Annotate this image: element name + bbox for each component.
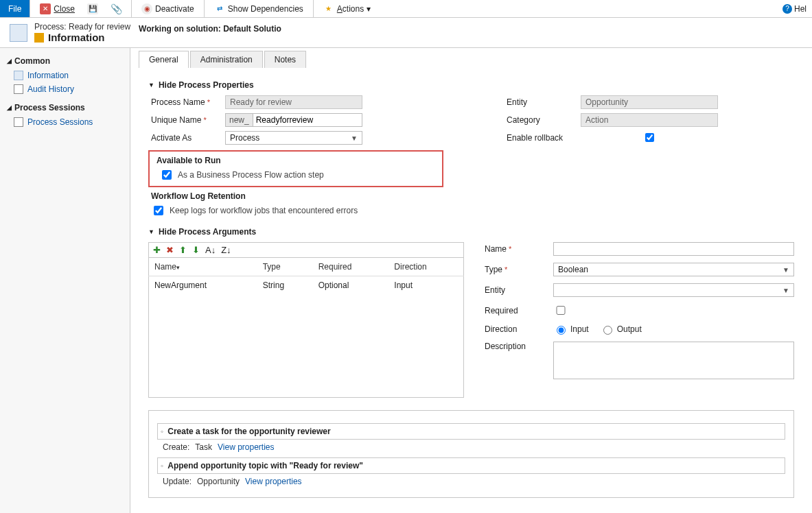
- keep-logs-checkbox[interactable]: [154, 206, 163, 215]
- actions-menu[interactable]: ★ Actions ▾: [319, 2, 375, 16]
- page-header: Process: Ready for review Information Wo…: [0, 18, 812, 48]
- solution-label: Working on solution: Default Solutio: [130, 24, 805, 42]
- step-2-action: Update:: [163, 477, 192, 486]
- arg-description-input[interactable]: [553, 342, 794, 379]
- arg-type-select[interactable]: Boolean ▼: [553, 263, 794, 276]
- steps-container: ◦ Create a task for the opportunity revi…: [148, 410, 794, 498]
- bpf-action-step-label: As a Business Process Flow action step: [178, 170, 324, 180]
- actions-label: ctions: [343, 4, 364, 14]
- close-label: Close: [54, 4, 75, 14]
- close-icon: ✕: [40, 3, 51, 14]
- available-to-run-title: Available to Run: [156, 156, 435, 165]
- tab-notes[interactable]: Notes: [264, 51, 306, 68]
- save-button[interactable]: 💾: [83, 2, 102, 16]
- col-required[interactable]: Required: [313, 258, 389, 276]
- breadcrumb: Process: Ready for review: [34, 22, 130, 32]
- keep-logs-label: Keep logs for workflow jobs that encount…: [170, 206, 358, 215]
- save-icon: 💾: [87, 3, 98, 14]
- enable-rollback-checkbox[interactable]: [583, 133, 716, 142]
- arguments-table: Name▾ Type Required Direction NewArgumen…: [148, 258, 464, 398]
- nav-item-audit-label: Audit History: [27, 84, 74, 94]
- arg-type-value: Boolean: [558, 265, 588, 274]
- left-nav: ◢ Common Information Audit History ◢ Pro…: [0, 48, 130, 513]
- arg-entity-select[interactable]: ▼: [553, 283, 794, 297]
- step-1-title: Create a task for the opportunity review…: [167, 427, 330, 436]
- arg-direction-output[interactable]: Output: [600, 324, 642, 335]
- chevron-down-icon: ▼: [782, 266, 789, 274]
- tab-general[interactable]: General: [139, 51, 189, 68]
- section-process-properties-label: Hide Process Properties: [159, 80, 254, 90]
- unique-name-label: Unique Name*: [151, 115, 220, 125]
- section-process-properties[interactable]: ▼ Hide Process Properties: [148, 80, 794, 90]
- step-2-entity: Opportunity: [197, 477, 240, 486]
- delete-argument-button[interactable]: ✖: [166, 245, 174, 255]
- deactivate-button[interactable]: ◉ Deactivate: [137, 2, 198, 16]
- nav-item-information[interactable]: Information: [7, 69, 123, 82]
- col-direction[interactable]: Direction: [388, 258, 463, 276]
- step-2-view-properties[interactable]: View properties: [245, 477, 302, 486]
- enable-rollback-label: Enable rollback: [507, 133, 575, 143]
- show-dependencies-button[interactable]: ⇄ Show Dependencies: [210, 2, 308, 16]
- add-argument-button[interactable]: ✚: [153, 245, 161, 255]
- step-1[interactable]: ◦ Create a task for the opportunity revi…: [157, 423, 785, 440]
- activate-as-select[interactable]: Process ▼: [225, 131, 362, 145]
- process-name-label: Process Name*: [151, 97, 220, 107]
- entity-field: Opportunity: [581, 95, 718, 109]
- arg-direction-input[interactable]: Input: [553, 324, 589, 335]
- available-to-run-highlight: Available to Run As a Business Process F…: [148, 150, 443, 187]
- main-content: General Administration Notes ▼ Hide Proc…: [130, 48, 812, 513]
- step-1-view-properties[interactable]: View properties: [218, 442, 275, 452]
- deactivate-icon: ◉: [141, 3, 152, 14]
- cell-required: Optional: [313, 276, 389, 295]
- arg-direction-label: Direction: [485, 324, 546, 334]
- section-process-arguments-label: Hide Process Arguments: [159, 227, 256, 237]
- tabs: General Administration Notes: [139, 51, 804, 68]
- move-down-button[interactable]: ⬇: [192, 245, 200, 255]
- category-field: Action: [581, 113, 718, 127]
- file-menu[interactable]: File: [0, 0, 30, 17]
- nav-item-audit-history[interactable]: Audit History: [7, 82, 123, 96]
- arg-name-label: Name*: [485, 244, 546, 254]
- collapse-icon: ▼: [148, 82, 154, 88]
- arg-type-label: Type*: [485, 265, 546, 274]
- process-icon: [10, 24, 27, 42]
- step-2[interactable]: ◦ Append opportunity topic with "Ready f…: [157, 457, 785, 474]
- help-icon: ?: [782, 4, 792, 14]
- nav-item-process-sessions-label: Process Sessions: [27, 117, 93, 127]
- table-row[interactable]: NewArgument String Optional Input: [149, 276, 464, 295]
- sort-asc-button[interactable]: A↓: [205, 245, 216, 255]
- sessions-icon: [14, 117, 23, 127]
- nav-section-process-sessions[interactable]: ◢ Process Sessions: [7, 103, 123, 112]
- deactivate-label: Deactivate: [155, 4, 194, 14]
- audit-icon: [14, 84, 23, 94]
- nav-section-common[interactable]: ◢ Common: [7, 56, 123, 66]
- cell-direction: Input: [388, 276, 463, 295]
- nav-item-process-sessions[interactable]: Process Sessions: [7, 115, 123, 129]
- section-process-arguments[interactable]: ▼ Hide Process Arguments: [148, 227, 794, 237]
- close-button[interactable]: ✕ Close: [36, 2, 79, 16]
- arg-name-input[interactable]: [553, 242, 794, 256]
- help-button[interactable]: ? Hel: [777, 0, 812, 17]
- bullet-icon: ◦: [161, 461, 163, 470]
- activate-as-value: Process: [230, 133, 259, 143]
- arg-required-checkbox[interactable]: [556, 306, 566, 315]
- nav-item-information-label: Information: [27, 71, 69, 80]
- dependencies-icon: ⇄: [214, 3, 225, 14]
- page-title: Information: [48, 32, 105, 43]
- attach-button[interactable]: 📎: [106, 2, 126, 16]
- bpf-action-step-checkbox[interactable]: [162, 170, 172, 180]
- sort-desc-button[interactable]: Z↓: [221, 245, 231, 255]
- cell-name: NewArgument: [149, 276, 257, 295]
- move-up-button[interactable]: ⬆: [179, 245, 187, 255]
- tab-administration[interactable]: Administration: [190, 51, 263, 68]
- col-type[interactable]: Type: [257, 258, 313, 276]
- entity-label: Entity: [507, 97, 575, 107]
- step-1-entity: Task: [195, 442, 212, 452]
- collapse-icon: ◢: [7, 58, 12, 64]
- info-icon: [14, 71, 23, 80]
- unique-name-input[interactable]: [253, 113, 362, 127]
- paperclip-icon: 📎: [111, 3, 121, 14]
- unique-name-prefix: new_: [225, 113, 253, 127]
- col-name[interactable]: Name▾: [149, 258, 257, 276]
- toolbar: File ✕ Close 💾 📎 ◉ Deactivate ⇄ Show Dep…: [0, 0, 812, 18]
